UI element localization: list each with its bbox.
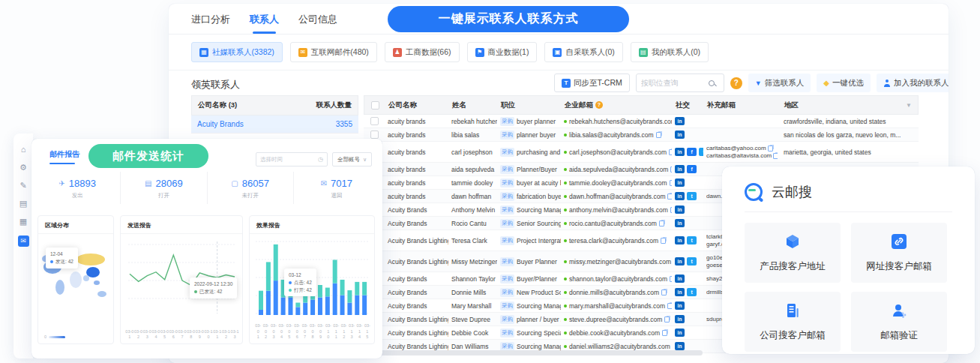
contact-row[interactable]: acuity brandsrebekah hutchens采购buyer pla… xyxy=(364,115,919,128)
linkedin-icon[interactable]: in xyxy=(675,117,685,125)
email-text: steve.dupree@acuitybrands.com xyxy=(569,316,662,323)
contact-row[interactable]: acuity brandslibia salas采购planner buyerl… xyxy=(364,128,919,142)
cell-email: teresa.clark@acuitybrands.com xyxy=(561,237,672,244)
row-checkbox[interactable] xyxy=(370,117,379,125)
linkedin-icon[interactable]: in xyxy=(675,219,685,227)
linkedin-icon[interactable]: in xyxy=(675,130,685,139)
twitter-icon[interactable]: t xyxy=(687,236,697,244)
help-icon[interactable]: ? xyxy=(730,77,742,89)
cell-email: debbie.cook@acuitybrands.com xyxy=(561,329,672,337)
copy-icon[interactable] xyxy=(664,316,670,322)
linkedin-icon[interactable]: in xyxy=(675,178,685,187)
cell-social: in xyxy=(672,219,703,227)
copy-icon[interactable] xyxy=(768,146,773,152)
copy-icon[interactable] xyxy=(773,153,778,159)
grid-icon[interactable]: ▦ xyxy=(19,218,27,226)
role-tag: 采购 xyxy=(500,192,514,201)
twitter-icon[interactable]: t xyxy=(687,257,697,266)
tab-联系人[interactable]: 联系人 xyxy=(250,13,279,34)
copy-icon[interactable] xyxy=(656,132,661,138)
copy-icon[interactable] xyxy=(659,220,664,226)
title-text: Sourcing Specialist xyxy=(517,329,561,337)
title-text: Sourcing Manager xyxy=(517,206,561,214)
contact-row[interactable]: acuity brandscarl josephson采购purchasing … xyxy=(364,142,919,163)
tab-公司信息[interactable]: 公司信息 xyxy=(298,13,337,34)
facebook-icon[interactable]: f xyxy=(687,165,697,173)
linkedin-icon[interactable]: in xyxy=(675,257,685,266)
tab-进口分析[interactable]: 进口分析 xyxy=(191,13,230,34)
one-click-pick-button[interactable]: ◆ 一键优选 xyxy=(817,74,871,92)
linkedin-icon[interactable]: in xyxy=(675,315,685,323)
home-icon[interactable]: ⌂ xyxy=(21,146,26,154)
horizontal-scrollbar[interactable] xyxy=(373,350,703,356)
copy-icon[interactable] xyxy=(662,330,667,336)
role-tag: 采购 xyxy=(500,148,514,157)
company-row[interactable]: Acuity Brands3355 xyxy=(191,116,358,134)
chip-互联网邮件(480)[interactable]: ✉互联网邮件(480) xyxy=(290,42,377,62)
linkedin-icon[interactable]: in xyxy=(675,165,685,173)
tile-产品搜客户地址[interactable]: 产品搜客户地址 xyxy=(745,223,841,283)
cell-company: Acuity Brands xyxy=(385,302,448,310)
pencil-icon[interactable]: ✎ xyxy=(19,182,26,190)
role-tag: 采购 xyxy=(500,130,514,140)
copy-icon[interactable] xyxy=(661,238,666,244)
linkedin-icon[interactable]: in xyxy=(675,206,685,214)
facebook-icon[interactable]: f xyxy=(687,148,697,156)
sync-tcrm-button[interactable]: T 同步至T-CRM xyxy=(554,74,630,92)
mail-icon[interactable]: ✉ xyxy=(18,236,29,247)
cell-name: rebekah hutchens xyxy=(448,118,497,125)
verified-dot-icon xyxy=(564,222,567,225)
chip-工商数据(66)[interactable]: ♟工商数据(66) xyxy=(385,42,460,62)
linkedin-icon[interactable]: in xyxy=(675,236,685,244)
send-report-card: 发送报告 2022-09-12 12:30 已发送: 42 03-0103-02… xyxy=(120,215,243,344)
cell-name: Donnie Mills xyxy=(448,289,497,296)
chip-自采联系人(0)[interactable]: ▣自采联系人(0) xyxy=(544,42,622,62)
row-checkbox[interactable] xyxy=(370,130,379,139)
linkedin-icon[interactable]: in xyxy=(675,302,685,310)
add-to-my-contacts-button[interactable]: 加入我的联系人 xyxy=(877,74,949,92)
tile-邮箱验证[interactable]: 邮箱验证 xyxy=(851,292,947,352)
linkedin-icon[interactable]: in xyxy=(675,328,685,337)
title-text: purchasing and sour xyxy=(517,148,561,156)
doc-icon[interactable]: ▤ xyxy=(19,200,27,208)
copy-icon[interactable] xyxy=(661,290,667,296)
linkedin-icon[interactable]: in xyxy=(675,288,685,296)
linkedin-icon[interactable]: in xyxy=(675,342,685,350)
email-tab-邮件报告[interactable]: 邮件报告 xyxy=(49,149,79,164)
cell-social: int xyxy=(672,257,703,266)
select-all-checkbox[interactable] xyxy=(371,101,379,110)
email-text: rebekah.hutchens@acuitybrands.com xyxy=(569,118,672,125)
cell-social: in xyxy=(672,342,703,350)
position-search-input[interactable] xyxy=(641,79,709,87)
linkedin-icon[interactable]: in xyxy=(675,274,685,283)
tile-公司搜客户邮箱[interactable]: 公司搜客户邮箱 xyxy=(745,292,841,352)
verified-dot-icon xyxy=(564,260,567,263)
email-text: libia.salas@acuitybrands.com xyxy=(569,131,654,139)
x-tick: 03-01 xyxy=(254,323,262,340)
filter-contacts-button[interactable]: ▼ 筛选联系人 xyxy=(748,74,811,92)
email-text: daniel.williams2@acuitybrands.com xyxy=(569,343,670,350)
title-text: Sourcing Manager xyxy=(517,343,561,350)
linkedin-icon[interactable]: in xyxy=(675,148,685,156)
cell-title: 采购purchasing and sour xyxy=(497,148,561,157)
stat-number: 28069 xyxy=(156,178,183,189)
stat-label: 发出 xyxy=(34,192,120,200)
region-filter-icon[interactable]: ▼ xyxy=(906,102,912,109)
twitter-icon[interactable]: t xyxy=(687,288,697,296)
role-tag: 采购 xyxy=(500,315,514,324)
chip-我的联系人(0)[interactable]: ▤我的联系人(0) xyxy=(631,42,709,62)
tile-网址搜客户邮箱[interactable]: 网址搜客户邮箱 xyxy=(851,223,947,283)
gear-icon[interactable]: ⚙ xyxy=(19,164,27,172)
cell-title: 采购Project Intergration xyxy=(497,236,561,245)
stat-value: ✈18893 xyxy=(34,178,120,189)
twitter-icon[interactable]: t xyxy=(687,192,697,200)
x-tick: 03-06 xyxy=(293,323,301,340)
linkedin-icon[interactable]: in xyxy=(675,192,685,200)
chip-社媒联系人(3382)[interactable]: ▦社媒联系人(3382) xyxy=(191,42,283,62)
date-picker-input[interactable] xyxy=(260,156,313,163)
account-select[interactable]: 全部账号 ∨ xyxy=(332,152,372,166)
position-search xyxy=(636,74,724,92)
chip-商业数据(1)[interactable]: ⚑商业数据(1) xyxy=(467,42,538,62)
email-help-icon[interactable]: ? xyxy=(595,101,603,109)
search-icon[interactable] xyxy=(709,80,715,86)
